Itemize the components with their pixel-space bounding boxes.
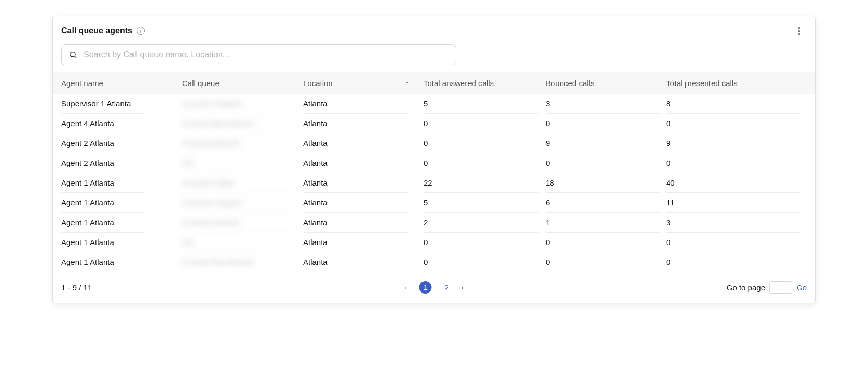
cell-bounced: 0 <box>546 252 660 272</box>
cell-call-queue: Cumule New Branch <box>182 252 297 272</box>
cell-agent-name: Agent 2 Atlanta <box>61 153 144 173</box>
cell-total-presented: 0 <box>666 252 801 272</box>
cell-agent-name: Supervisor 1 Atlanta <box>61 94 144 114</box>
goto-page: Go to page Go <box>727 281 807 294</box>
cell-total-presented: 0 <box>666 233 801 252</box>
table-footer: 1 - 9 / 11 ‹12› Go to page Go <box>53 272 815 294</box>
cell-agent-name: Agent 2 Atlanta <box>61 133 144 153</box>
col-total-presented[interactable]: Total presented calls <box>666 79 807 88</box>
cell-total-presented: 0 <box>666 114 801 133</box>
goto-page-input[interactable] <box>769 281 792 294</box>
col-call-queue[interactable]: Call queue <box>182 79 303 88</box>
cell-total-answered: 5 <box>424 193 539 213</box>
card-header: Call queue agents i <box>53 25 815 44</box>
cell-total-answered: 0 <box>424 133 539 153</box>
cell-call-queue: Cumulus Branch <box>182 213 297 233</box>
cell-total-answered: 0 <box>424 153 539 173</box>
agents-table: Agent name Call queue Location ↑ Total a… <box>53 72 815 272</box>
cell-total-presented: 8 <box>666 94 801 114</box>
col-bounced-calls[interactable]: Bounced calls <box>546 79 666 88</box>
cell-location: Atlanta <box>303 94 409 114</box>
cell-location: Atlanta <box>303 153 409 173</box>
cell-total-presented: 40 <box>666 173 801 193</box>
call-queue-agents-card: Call queue agents i Agent name Call queu… <box>52 16 816 303</box>
cell-location: Atlanta <box>303 252 409 272</box>
cell-agent-name: Agent 1 Atlanta <box>61 252 144 272</box>
pager: ‹12› <box>404 281 463 294</box>
cell-bounced: 9 <box>546 133 660 153</box>
cell-bounced: 0 <box>546 233 660 252</box>
pager-page-2[interactable]: 2 <box>444 283 449 292</box>
goto-page-go[interactable]: Go <box>797 283 807 292</box>
cell-bounced: 6 <box>546 193 660 213</box>
search-icon <box>69 51 77 59</box>
page-title: Call queue agents <box>61 26 132 35</box>
cell-total-presented: 0 <box>666 153 801 173</box>
cell-call-queue: Cumulus Support <box>182 193 297 213</box>
cell-bounced: 0 <box>546 114 660 133</box>
table-row: Agent 1 AtlantaCQAtlanta000 <box>53 233 815 252</box>
cell-location: Atlanta <box>303 173 409 193</box>
goto-page-label: Go to page <box>727 283 765 292</box>
pagination-range: 1 - 9 / 11 <box>61 283 92 292</box>
cell-call-queue: CQ <box>182 153 297 173</box>
table-row: Agent 2 AtlantaCQAtlanta000 <box>53 153 815 173</box>
cell-agent-name: Agent 1 Atlanta <box>61 213 144 233</box>
info-icon[interactable]: i <box>137 27 145 35</box>
table-row: Agent 1 AtlantaCumule New BranchAtlanta0… <box>53 252 815 272</box>
table-row: Agent 1 AtlantaCumulus SupportAtlanta561… <box>53 193 815 213</box>
svg-line-1 <box>75 56 76 58</box>
cell-bounced: 1 <box>546 213 660 233</box>
cell-bounced: 3 <box>546 94 660 114</box>
pager-next-icon[interactable]: › <box>461 284 463 291</box>
cell-agent-name: Agent 1 Atlanta <box>61 233 144 252</box>
cell-total-presented: 3 <box>666 213 801 233</box>
cell-total-presented: 9 <box>666 133 801 153</box>
table-row: Agent 1 AtlantaCumulus SalesAtlanta22184… <box>53 173 815 193</box>
kebab-menu-icon[interactable] <box>792 25 805 37</box>
cell-bounced: 18 <box>546 173 660 193</box>
cell-bounced: 0 <box>546 153 660 173</box>
svg-point-0 <box>70 52 75 57</box>
cell-call-queue: CQ <box>182 233 297 252</box>
cell-location: Atlanta <box>303 213 409 233</box>
cell-total-answered: 2 <box>424 213 539 233</box>
cell-total-presented: 11 <box>666 193 801 213</box>
pager-prev-icon[interactable]: ‹ <box>404 284 406 291</box>
col-location-label: Location <box>303 79 333 88</box>
table-row: Agent 2 AtlantaCumulus BranchAtlanta099 <box>53 133 815 153</box>
search-input[interactable] <box>83 50 449 59</box>
cell-location: Atlanta <box>303 114 409 133</box>
cell-total-answered: 0 <box>424 114 539 133</box>
table-row: Agent 1 AtlantaCumulus BranchAtlanta213 <box>53 213 815 233</box>
header-left: Call queue agents i <box>61 26 145 35</box>
cell-agent-name: Agent 1 Atlanta <box>61 173 144 193</box>
cell-call-queue: Cumulus Support <box>182 94 297 114</box>
cell-call-queue: Cumulus Branch <box>182 133 297 153</box>
cell-agent-name: Agent 1 Atlanta <box>61 193 144 213</box>
pager-page-1[interactable]: 1 <box>419 281 432 294</box>
cell-total-answered: 0 <box>424 252 539 272</box>
search-box[interactable] <box>61 44 456 65</box>
col-agent-name[interactable]: Agent name <box>61 79 182 88</box>
cell-total-answered: 5 <box>424 94 539 114</box>
cell-agent-name: Agent 4 Atlanta <box>61 114 144 133</box>
col-location[interactable]: Location ↑ <box>303 79 424 88</box>
cell-location: Atlanta <box>303 233 409 252</box>
table-row: Agent 4 AtlantaCumule New BranchAtlanta0… <box>53 114 815 133</box>
cell-total-answered: 0 <box>424 233 539 252</box>
cell-call-queue: Cumulus Sales <box>182 173 297 193</box>
cell-location: Atlanta <box>303 193 409 213</box>
cell-location: Atlanta <box>303 133 409 153</box>
sort-asc-icon[interactable]: ↑ <box>405 79 409 88</box>
col-total-answered[interactable]: Total answered calls <box>424 79 546 88</box>
cell-call-queue: Cumule New Branch <box>182 114 297 133</box>
cell-total-answered: 22 <box>424 173 539 193</box>
table-header-row: Agent name Call queue Location ↑ Total a… <box>53 72 815 94</box>
search-wrap <box>53 44 815 72</box>
table-row: Supervisor 1 AtlantaCumulus SupportAtlan… <box>53 94 815 114</box>
table-body: Supervisor 1 AtlantaCumulus SupportAtlan… <box>53 94 815 272</box>
